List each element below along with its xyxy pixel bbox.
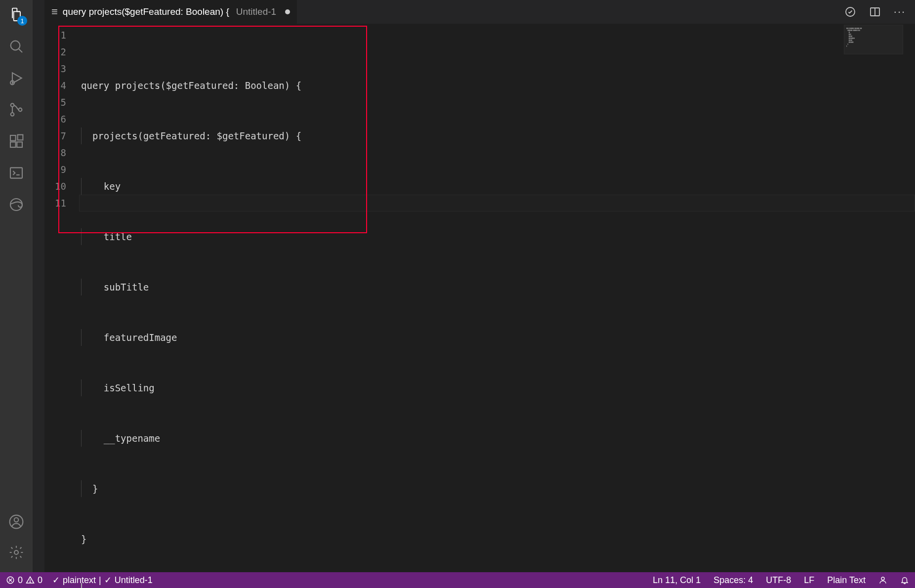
- svg-rect-10: [18, 135, 23, 140]
- svg-point-24: [30, 582, 30, 582]
- line-number: 7: [44, 127, 66, 144]
- code-line: __typename: [81, 430, 915, 447]
- sidebar-collapsed[interactable]: [33, 0, 44, 572]
- code-line: [81, 581, 915, 588]
- current-line-highlight: [79, 195, 915, 211]
- svg-point-15: [14, 518, 19, 522]
- text-cursor: [81, 583, 82, 588]
- edge-browser-icon[interactable]: [7, 196, 25, 213]
- svg-point-0: [11, 41, 20, 50]
- dirty-indicator-icon[interactable]: [285, 9, 290, 14]
- compare-check-icon[interactable]: [844, 5, 857, 18]
- explorer-badge: 1: [17, 16, 27, 26]
- source-control-icon[interactable]: [7, 101, 25, 119]
- line-number: 6: [44, 111, 66, 127]
- settings-gear-icon[interactable]: [7, 544, 25, 561]
- check-icon: ✓: [52, 575, 60, 586]
- split-editor-icon[interactable]: [869, 5, 881, 18]
- svg-rect-7: [10, 135, 16, 141]
- code-line: }: [81, 531, 915, 547]
- svg-rect-11: [10, 168, 22, 178]
- svg-point-4: [11, 103, 14, 107]
- line-number-gutter: 1 2 3 4 5 6 7 8 9 10 11: [44, 24, 79, 572]
- line-number: 3: [44, 60, 66, 77]
- status-problems[interactable]: 0 0: [6, 575, 42, 586]
- tab-untitled-1[interactable]: ≡ query projects($getFeatured: Boolean) …: [44, 0, 297, 24]
- svg-point-13: [10, 199, 22, 210]
- editor-scrollbar[interactable]: [906, 24, 915, 572]
- line-number: 2: [44, 43, 66, 60]
- code-line: query projects($getFeatured: Boolean) {: [81, 77, 915, 94]
- tab-description: query projects($getFeatured: Boolean) {: [63, 6, 229, 17]
- tab-filename: Untitled-1: [236, 6, 276, 17]
- line-number: 5: [44, 94, 66, 111]
- search-icon[interactable]: [7, 38, 25, 55]
- line-number: 10: [44, 178, 66, 195]
- activity-bar: 1: [0, 0, 33, 572]
- line-number: 8: [44, 144, 66, 161]
- more-actions-icon[interactable]: ···: [893, 5, 906, 18]
- code-line: isSelling: [81, 379, 915, 396]
- svg-point-5: [11, 113, 14, 116]
- minimap[interactable]: ████ ████████ ████████ ███ ████████ ████…: [844, 25, 903, 54]
- svg-line-1: [19, 49, 22, 52]
- run-debug-icon[interactable]: [7, 69, 25, 87]
- editor-region: ≡ query projects($getFeatured: Boolean) …: [44, 0, 915, 572]
- code-text-area[interactable]: query projects($getFeatured: Boolean) { …: [79, 24, 915, 572]
- svg-rect-8: [10, 142, 16, 147]
- explorer-icon[interactable]: 1: [7, 6, 25, 24]
- editor-body[interactable]: 1 2 3 4 5 6 7 8 9 10 11 query projects($…: [44, 24, 915, 572]
- line-number: 9: [44, 161, 66, 178]
- code-line: title: [81, 228, 915, 245]
- tab-bar: ≡ query projects($getFeatured: Boolean) …: [44, 0, 915, 24]
- status-warning-count: 0: [38, 575, 42, 586]
- code-line: featuredImage: [81, 329, 915, 346]
- svg-point-16: [14, 550, 18, 554]
- svg-rect-9: [17, 142, 22, 147]
- terminal-icon[interactable]: [7, 164, 25, 182]
- file-list-icon: ≡: [51, 5, 58, 18]
- code-line: projects(getFeatured: $getFeatured) {: [81, 127, 915, 144]
- line-number: 4: [44, 77, 66, 94]
- status-error-count: 0: [18, 575, 23, 586]
- code-line: key: [81, 178, 915, 195]
- main-area: 1: [0, 0, 915, 572]
- accounts-icon[interactable]: [7, 513, 25, 531]
- code-line: subTitle: [81, 279, 915, 295]
- extensions-icon[interactable]: [7, 132, 25, 150]
- svg-point-6: [19, 108, 22, 112]
- line-number: 1: [44, 27, 66, 43]
- line-number: 11: [44, 195, 66, 211]
- code-line: }: [81, 480, 915, 497]
